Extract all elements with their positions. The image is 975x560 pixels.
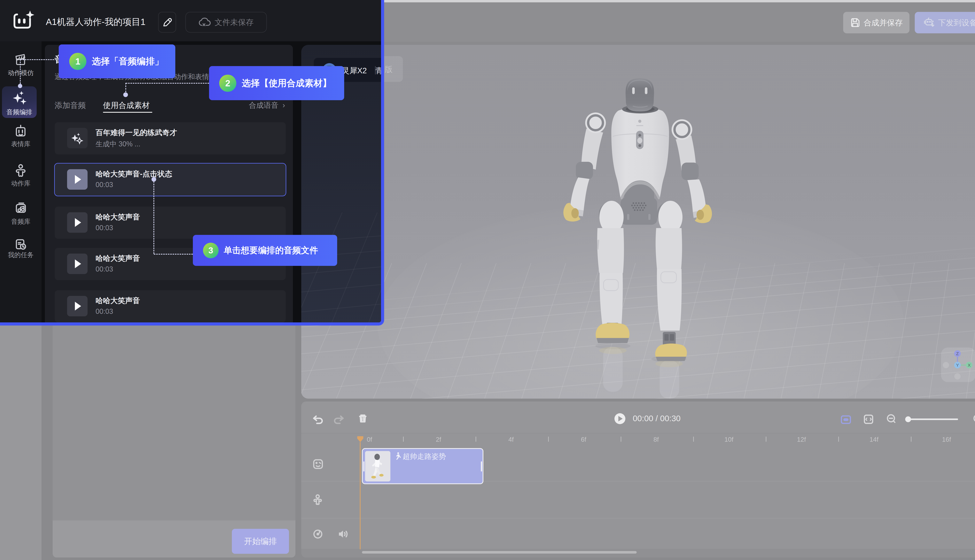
svg-text:Z: Z [956,351,958,356]
svg-text:X: X [968,363,971,368]
svg-text:Y: Y [956,363,959,368]
